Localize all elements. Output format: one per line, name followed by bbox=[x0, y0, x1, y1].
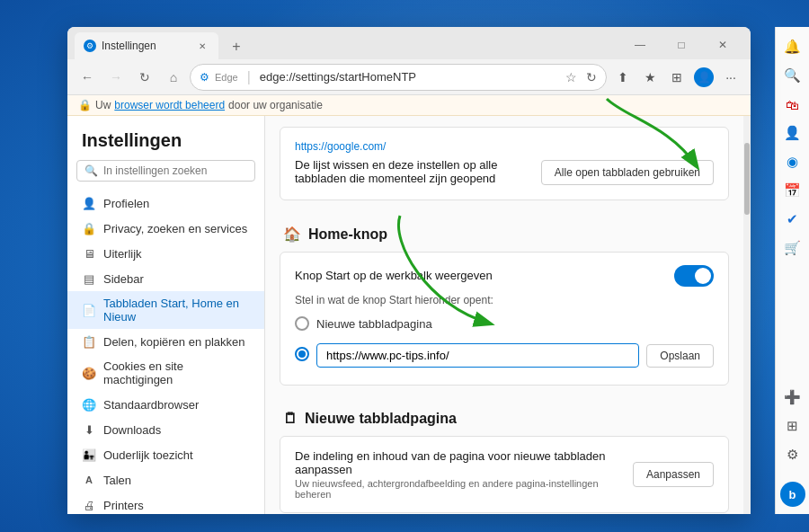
sidebar-item-downloads[interactable]: ⬇ Downloads bbox=[67, 417, 264, 442]
content-area: Instellingen 🔍 👤 Profielen 🔒 Privacy, zo… bbox=[67, 116, 751, 514]
sidebar-item-profielen[interactable]: 👤 Profielen bbox=[67, 191, 264, 216]
favorites-button[interactable]: ★ bbox=[637, 65, 662, 90]
sidebar-search-icon: 🔍 bbox=[84, 164, 98, 177]
sidebar-item-talen[interactable]: A Talen bbox=[67, 467, 264, 492]
radio-circle-1[interactable] bbox=[295, 316, 309, 331]
scrollbar-thumb[interactable] bbox=[744, 143, 750, 215]
edge-label: Edge bbox=[215, 72, 238, 83]
sidebar-item-standaardbrowser[interactable]: 🌐 Standaardbrowser bbox=[67, 392, 264, 417]
sidebar-item-ouderlijk[interactable]: 👨‍👧 Ouderlijk toezicht bbox=[67, 442, 264, 467]
radio-label-1: Nieuwe tabbladpagina bbox=[316, 317, 432, 331]
cookies-icon: 🍪 bbox=[82, 366, 96, 380]
collections-button[interactable]: ⊞ bbox=[664, 65, 689, 90]
close-button[interactable]: ✕ bbox=[702, 31, 743, 59]
sidebar-title: Instellingen bbox=[67, 116, 264, 160]
home-button[interactable]: ⌂ bbox=[161, 65, 186, 90]
cart-icon[interactable]: 🛒 bbox=[780, 235, 805, 261]
sidebar-search-input[interactable] bbox=[103, 164, 247, 177]
edge-sidebar-panel: 🔔 🔍 🛍 👤 ◉ 📅 ✔ 🛒 ➕ ⊞ ⚙ b bbox=[775, 27, 809, 514]
toggle-title: Knop Start op de werkbalk weergeven bbox=[295, 269, 663, 282]
address-lock-icon: ⚙ bbox=[200, 71, 209, 84]
save-button[interactable]: Opslaan bbox=[646, 344, 714, 368]
refresh-icon[interactable]: ↻ bbox=[586, 70, 597, 84]
sidebar-item-label-privacy: Privacy, zoeken en services bbox=[103, 222, 247, 235]
google-url: https://google.com/ bbox=[295, 140, 714, 153]
aanpassen-text: De indeling en inhoud van de pagina voor… bbox=[295, 449, 622, 500]
separator: | bbox=[247, 69, 251, 85]
minimize-button[interactable]: — bbox=[619, 31, 661, 59]
toggle-row: Knop Start op de werkbalk weergeven bbox=[295, 265, 714, 287]
sidebar-item-privacy[interactable]: 🔒 Privacy, zoeken en services bbox=[67, 216, 264, 241]
url-input-field[interactable] bbox=[316, 343, 639, 368]
settings-sidebar-icon[interactable]: ⚙ bbox=[780, 442, 805, 467]
tabbladen-icon: 📄 bbox=[82, 303, 96, 317]
top-card-title: De lijst wissen en deze instellen op all… bbox=[295, 158, 530, 185]
radio-url[interactable]: Opslaan bbox=[295, 335, 714, 372]
printers-icon: 🖨 bbox=[82, 498, 96, 512]
ouderlijk-icon: 👨‍👧 bbox=[82, 448, 96, 462]
radio-new-tab[interactable]: Nieuwe tabbladpagina bbox=[295, 312, 714, 335]
active-tab[interactable]: ⚙ Instellingen ✕ bbox=[75, 32, 218, 59]
radio-circle-2[interactable] bbox=[295, 347, 309, 361]
toggle-label-text: Knop Start op de werkbalk weergeven bbox=[295, 269, 663, 284]
sidebar-item-printers[interactable]: 🖨 Printers bbox=[67, 492, 264, 514]
talen-icon: A bbox=[82, 473, 96, 487]
uiterlijk-icon: 🖥 bbox=[82, 246, 96, 261]
info-text-1: Uw bbox=[95, 99, 111, 111]
aanpassen-desc: Uw nieuwsfeed, achtergrondafbeelding en … bbox=[295, 478, 622, 500]
tab-favicon: ⚙ bbox=[84, 40, 96, 52]
new-tab-button[interactable]: + bbox=[224, 34, 249, 59]
sidebar-search-box[interactable]: 🔍 bbox=[76, 160, 255, 182]
url-input-row: Opslaan bbox=[316, 343, 714, 368]
add-icon[interactable]: ➕ bbox=[780, 385, 805, 410]
sidebar-item-label-delen: Delen, kopiëren en plakken bbox=[103, 335, 245, 349]
outlook-icon[interactable]: 📅 bbox=[780, 178, 805, 203]
sidebar-item-uiterlijk[interactable]: 🖥 Uiterlijk bbox=[67, 241, 264, 266]
sidebar-item-label-printers: Printers bbox=[103, 499, 144, 512]
circle-icon[interactable]: ◉ bbox=[780, 149, 805, 174]
sidebar-item-label-tabbladen: Tabbladen Start, Home en Nieuw bbox=[103, 297, 250, 324]
sidebar-item-label-ouderlijk: Ouderlijk toezicht bbox=[103, 448, 193, 462]
forward-button[interactable]: → bbox=[103, 65, 129, 90]
aanpassen-button[interactable]: Aanpassen bbox=[633, 462, 714, 487]
todo-icon[interactable]: ✔ bbox=[780, 207, 805, 232]
refresh-button[interactable]: ↻ bbox=[132, 65, 157, 90]
home-button-toggle[interactable] bbox=[674, 265, 714, 287]
sidebar-item-label-sidebar: Sidebar bbox=[103, 272, 144, 286]
scrollbar[interactable] bbox=[743, 116, 751, 514]
sidebar-item-delen[interactable]: 📋 Delen, kopiëren en plakken bbox=[67, 329, 264, 354]
all-tabs-button[interactable]: Alle open tabbladen gebruiken bbox=[541, 160, 714, 185]
bing-icon[interactable]: b bbox=[780, 482, 805, 507]
maximize-button[interactable]: □ bbox=[661, 31, 702, 59]
downloads-icon: ⬇ bbox=[82, 422, 96, 437]
info-text-2: door uw organisatie bbox=[228, 99, 323, 111]
info-bar: 🔒 Uw browser wordt beheerd door uw organ… bbox=[67, 95, 751, 116]
top-card-text: De lijst wissen en deze instellen op all… bbox=[295, 158, 530, 187]
sidebar-item-label-profielen: Profielen bbox=[103, 197, 149, 210]
info-link[interactable]: browser wordt beheerd bbox=[114, 99, 225, 111]
star-icon[interactable]: ☆ bbox=[565, 70, 577, 84]
search-sidebar-icon[interactable]: 🔍 bbox=[780, 63, 805, 88]
aanpassen-row: De indeling en inhoud van de pagina voor… bbox=[295, 449, 714, 500]
sub-label: Stel in wat de knop Start hieronder open… bbox=[295, 294, 714, 306]
tab-close-button[interactable]: ✕ bbox=[195, 39, 209, 53]
notification-icon[interactable]: 🔔 bbox=[780, 34, 805, 59]
info-lock-icon: 🔒 bbox=[78, 99, 92, 111]
share-button[interactable]: ⬆ bbox=[610, 65, 636, 90]
back-button[interactable]: ← bbox=[75, 65, 100, 90]
shopping-icon[interactable]: 🛍 bbox=[780, 92, 805, 117]
sidebar-item-cookies[interactable]: 🍪 Cookies en site machtigingen bbox=[67, 354, 264, 392]
more-button[interactable]: ··· bbox=[718, 65, 743, 90]
standaard-icon: 🌐 bbox=[82, 397, 96, 412]
grid-icon[interactable]: ⊞ bbox=[780, 413, 805, 439]
sidebar-item-label-uiterlijk: Uiterlijk bbox=[103, 247, 142, 261]
address-bar[interactable]: ⚙ Edge | edge://settings/startHomeNTP ☆ … bbox=[190, 64, 607, 91]
window-controls: — □ ✕ bbox=[619, 31, 743, 59]
profile-sidebar-icon[interactable]: 👤 bbox=[780, 120, 805, 146]
sidebar-item-tabbladen[interactable]: 📄 Tabbladen Start, Home en Nieuw bbox=[67, 291, 264, 329]
new-tab-card-1: De indeling en inhoud van de pagina voor… bbox=[280, 436, 729, 513]
tab-bar: ⚙ Instellingen ✕ + — □ ✕ bbox=[67, 27, 751, 59]
aanpassen-title: De indeling en inhoud van de pagina voor… bbox=[295, 449, 622, 476]
profile-button[interactable]: 👤 bbox=[691, 65, 716, 90]
sidebar-item-sidebar[interactable]: ▤ Sidebar bbox=[67, 266, 264, 291]
